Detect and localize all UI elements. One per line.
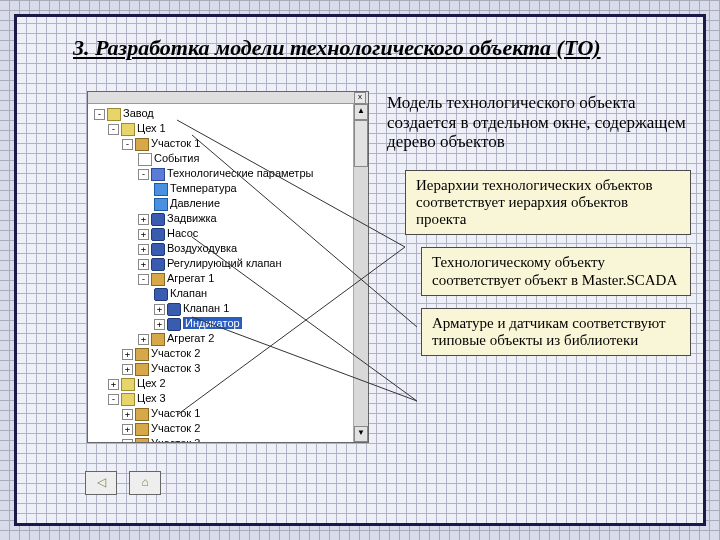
tree-label: Технологические параметры: [167, 167, 313, 179]
expand-icon[interactable]: +: [154, 319, 165, 330]
tree-label: Температура: [170, 182, 237, 194]
callout-hierarchy: Иерархии технологических объектов соотве…: [405, 170, 691, 236]
expand-icon[interactable]: -: [94, 109, 105, 120]
object-icon: [151, 273, 165, 286]
tree-label: Участок 3: [151, 362, 200, 374]
close-icon[interactable]: x: [354, 92, 366, 104]
tree-label: Участок 3: [151, 437, 200, 443]
object-icon: [135, 348, 149, 361]
expand-icon[interactable]: +: [108, 379, 119, 390]
scroll-thumb[interactable]: [354, 120, 368, 167]
device-icon: [151, 228, 165, 241]
device-icon: [151, 213, 165, 226]
tree-label-selected[interactable]: Индикатор: [183, 317, 242, 329]
expand-icon[interactable]: +: [138, 244, 149, 255]
tree-label: Участок 1: [151, 137, 200, 149]
vertical-scrollbar[interactable]: ▲ ▼: [353, 104, 368, 442]
tree-label: Агрегат 1: [167, 272, 214, 284]
tree-label: Цех 1: [137, 122, 166, 134]
callout-object: Технологическому объекту соответствует о…: [421, 247, 691, 296]
tree-window: x -Завод -Цех 1 -Участок 1 События -Техн…: [87, 91, 369, 443]
prev-button[interactable]: ◁: [85, 471, 117, 495]
home-button[interactable]: ⌂: [129, 471, 161, 495]
params-icon: [151, 168, 165, 181]
tree-label: Воздуходувка: [167, 242, 237, 254]
expand-icon[interactable]: -: [108, 394, 119, 405]
device-icon: [151, 258, 165, 271]
window-titlebar: x: [88, 92, 368, 104]
tree-label: Насос: [167, 227, 198, 239]
expand-icon[interactable]: +: [138, 229, 149, 240]
expand-icon[interactable]: -: [138, 169, 149, 180]
device-icon: [167, 303, 181, 316]
arrow-icon: [154, 183, 168, 196]
expand-icon[interactable]: +: [122, 364, 133, 375]
slide-title: 3. Разработка модели технологического об…: [73, 35, 647, 61]
tree-label: Регулирующий клапан: [167, 257, 282, 269]
expand-icon[interactable]: +: [138, 259, 149, 270]
tree-label: Цех 3: [137, 392, 166, 404]
tree-label: Участок 1: [151, 407, 200, 419]
object-icon: [135, 423, 149, 436]
intro-text: Модель технологического объекта создаетс…: [387, 93, 691, 158]
folder-icon: [121, 378, 135, 391]
expand-icon[interactable]: -: [122, 139, 133, 150]
expand-icon[interactable]: +: [122, 409, 133, 420]
tree-label: Клапан: [170, 287, 207, 299]
object-tree[interactable]: -Завод -Цех 1 -Участок 1 События -Технол…: [90, 106, 352, 440]
expand-icon[interactable]: -: [138, 274, 149, 285]
tree-label: Агрегат 2: [167, 332, 214, 344]
tree-label: Участок 2: [151, 347, 200, 359]
folder-icon: [121, 123, 135, 136]
expand-icon[interactable]: -: [108, 124, 119, 135]
device-icon: [167, 318, 181, 331]
scroll-down-icon[interactable]: ▼: [354, 426, 368, 442]
expand-icon[interactable]: +: [154, 304, 165, 315]
expand-icon[interactable]: +: [122, 424, 133, 435]
tree-label: Задвижка: [167, 212, 217, 224]
arrow-icon: [154, 198, 168, 211]
object-icon: [135, 363, 149, 376]
tree-label: Давление: [170, 197, 220, 209]
callout-library: Арматуре и датчикам соответствуют типовы…: [421, 308, 691, 357]
device-icon: [151, 243, 165, 256]
folder-icon: [121, 393, 135, 406]
object-icon: [151, 333, 165, 346]
object-icon: [135, 138, 149, 151]
tree-label: События: [154, 152, 199, 164]
expand-icon[interactable]: +: [138, 214, 149, 225]
folder-icon: [107, 108, 121, 121]
events-icon: [138, 153, 152, 166]
expand-icon[interactable]: +: [122, 439, 133, 443]
object-icon: [135, 408, 149, 421]
tree-label: Клапан 1: [183, 302, 229, 314]
expand-icon[interactable]: +: [122, 349, 133, 360]
device-icon: [154, 288, 168, 301]
scroll-up-icon[interactable]: ▲: [354, 104, 368, 120]
object-icon: [135, 438, 149, 443]
tree-label: Завод: [123, 107, 154, 119]
tree-label: Цех 2: [137, 377, 166, 389]
tree-label: Участок 2: [151, 422, 200, 434]
expand-icon[interactable]: +: [138, 334, 149, 345]
